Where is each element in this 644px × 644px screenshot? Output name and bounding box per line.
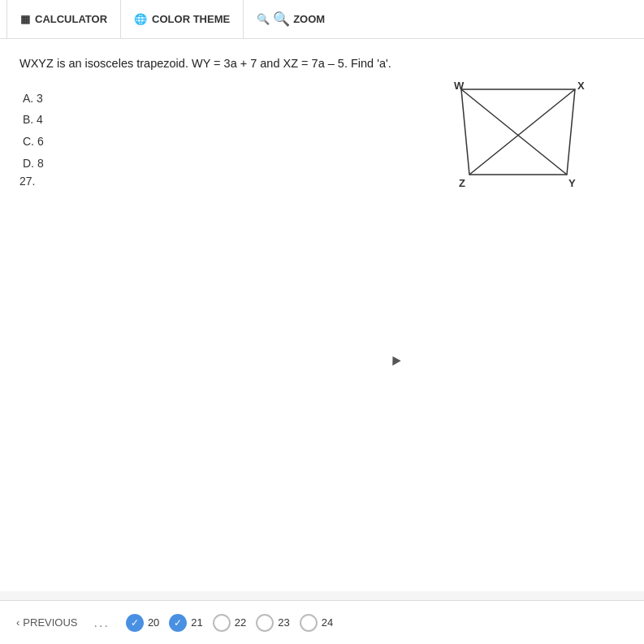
zoom-in-icon[interactable]: 🔍 [273,11,290,28]
page-23-label: 23 [278,616,289,629]
label-x: X [577,81,585,92]
cursor [388,354,400,366]
prev-chevron-icon: ‹ [16,616,19,629]
svg-marker-0 [461,89,575,175]
zoom-out-icon[interactable]: 🔍 [257,13,270,25]
label-z: Z [459,177,465,189]
calculator-button[interactable]: ▦ CALCULATOR [6,0,121,38]
label-y: Y [568,177,576,189]
page-24-label: 24 [322,616,333,629]
bottom-nav: ‹ PREVIOUS ... ✓ 20 ✓ 21 22 23 24 [0,600,644,644]
color-theme-icon: 🌐 [134,13,147,25]
question-number: 27. [19,175,35,188]
svg-line-2 [469,89,575,175]
page-23-button[interactable]: 23 [256,614,289,632]
trapezoid-diagram: W X Y Z [441,81,595,211]
page-20-label: 20 [148,616,159,629]
dots-indicator: ... [94,616,110,630]
calculator-label: CALCULATOR [35,13,107,25]
toolbar: ▦ CALCULATOR 🌐 COLOR THEME 🔍 🔍 ZOOM [0,0,644,39]
page-20-button[interactable]: ✓ 20 [126,614,159,632]
zoom-label: ZOOM [293,13,325,25]
previous-label: PREVIOUS [23,616,77,629]
question-text: WXYZ is an isosceles trapezoid. WY = 3a … [19,55,625,73]
svg-line-1 [461,89,567,175]
page-24-button[interactable]: 24 [300,614,333,632]
color-theme-button[interactable]: 🌐 COLOR THEME [121,0,244,38]
page-22-empty-icon [213,614,231,632]
page-21-check-icon: ✓ [169,614,187,632]
trapezoid-svg: W X Y Z [441,81,595,211]
page-21-button[interactable]: ✓ 21 [169,614,202,632]
zoom-group: 🔍 🔍 ZOOM [244,11,338,28]
main-content: WXYZ is an isosceles trapezoid. WY = 3a … [0,39,644,591]
page-23-empty-icon [256,614,274,632]
label-w: W [454,81,465,92]
page-21-label: 21 [191,616,202,629]
page-20-check-icon: ✓ [126,614,144,632]
page-22-button[interactable]: 22 [213,614,246,632]
color-theme-label: COLOR THEME [152,13,230,25]
previous-button[interactable]: ‹ PREVIOUS [16,616,78,629]
page-24-empty-icon [300,614,318,632]
calculator-icon: ▦ [20,13,30,25]
page-22-label: 22 [235,616,246,629]
